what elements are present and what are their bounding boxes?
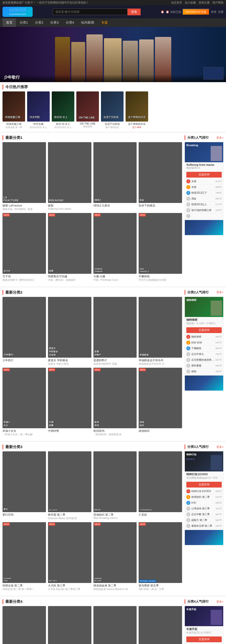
cat1-movie-5[interactable]: NEW 방자전 方子传 最接近奥斯卡【摩托车联合】 (3, 213, 46, 282)
cat1-rank-item-7[interactable]: 7 (185, 213, 223, 219)
cat3-rank-item-6[interactable]: 6 超能力 第二季 590℃ (185, 517, 223, 523)
cat1-desc-8: 巴巴巴之跑跑跑的大的我 (139, 278, 182, 282)
cat1-rank-item-5[interactable]: 5 绝望2012以上 577℃ (185, 202, 223, 207)
cat2-rank-item-2[interactable]: 2 好好·好好 914℃ (185, 340, 223, 346)
hot-movie-2[interactable]: 功夫学院 时空宝藏 轻功功·轻功·水上 (27, 91, 50, 129)
cat1-movie-1[interactable]: LAFRACTURE 破裂 LaFracture 接续开始《时间接续》报道 (3, 142, 46, 211)
cat3-rank-item-3[interactable]: 3 针钉 894℃ (185, 500, 223, 506)
cat1-rank-item-4[interactable]: 4 滴血 694℃ (185, 196, 223, 202)
top-link-login[interactable]: 登录注册 (199, 1, 210, 4)
nav-news[interactable]: 站内新闻 (78, 18, 98, 27)
nav-special[interactable]: 专题 (98, 18, 111, 27)
cat2-movie-8[interactable]: NEW 战地组织 战地组织 (139, 368, 182, 437)
cat1-movie-8[interactable]: NEW SEXANGELS 不懈前线 巴巴巴之跑跑跑的大的我 (139, 213, 182, 282)
cat4-movie-1[interactable]: 我战斗战队 我战斗战队做计划 我战斗战队做计划·动漫 (3, 606, 46, 644)
cat2-movie-1[interactable]: 少年歌行 少年歌行 (3, 297, 46, 366)
cat3-title-5: 绯闻女孩 第二季 (3, 584, 46, 587)
cat1-movie-4[interactable]: 热血 告诉下的痛流 (139, 142, 182, 211)
cat3-movie-2[interactable]: the word 牧学园 第二季 Downton Abbey 牧学园·第 (48, 451, 91, 520)
banner-overlay (0, 75, 226, 82)
top-link-help[interactable]: 用户帮助 (212, 1, 223, 4)
cat3-rank-item-5[interactable]: 5 忘记中断 第三季 681℃ (185, 512, 223, 517)
vip-button[interactable]: ROOKIEVIP充值 (183, 9, 209, 15)
cat2-rank-list: 1 独特律师 990℃ 2 好好·好好 914℃ 3 千重解技 894℃ (185, 334, 223, 374)
cat3-movie-5[interactable]: NEW GOSSIPGIRL 绯闻女孩 第二季 绯闻女孩·第二季 第一季第一 (3, 522, 46, 591)
login-link[interactable]: 登录 (211, 10, 216, 14)
cat2-rank-item-7[interactable]: 7 烦恼 490℃ (185, 369, 223, 374)
cat1-rank-more[interactable]: 更多» (216, 136, 223, 140)
cat4-movies-row1: 我战斗战队 我战斗战队做计划 我战斗战队做计划·动漫 魔神学园 魔神学园·动漫 … (3, 606, 182, 644)
cat2-movie-3[interactable]: 逆袭的鸭子 逆袭的鸭子 选道母·鸡的鸭子·我是 (93, 297, 137, 366)
hot-movie-5[interactable]: 合适于汉的信 合适于汉的信 最干净的信念 (101, 91, 124, 129)
banner-thumbnail[interactable] (203, 67, 223, 80)
cat1-rank-item-1[interactable]: 1 水痕 911℃ (185, 179, 223, 184)
cat1-poster-5: NEW 방자전 (3, 213, 46, 274)
cat3-rank-item-4[interactable]: 4 心理侦缉 第三季 791℃ (185, 506, 223, 512)
cat4-movie-4[interactable]: 刀作天下 刀作天下 刀作天下·动漫第二季 (139, 606, 182, 644)
cat3-rank-item-7[interactable]: 7 最密欢乐师·第二季 490℃ (185, 523, 223, 529)
nav-cat2[interactable]: 分类2 (31, 18, 47, 27)
cat2-rank-more[interactable]: 更多» (216, 290, 223, 294)
cat3-movie-8[interactable]: NEW ROOKIE ROOKIE 2523067 菜鸟警探 第五季 ABC美剧… (139, 522, 182, 591)
cat1-movie-6[interactable]: NEW 纯爱 纯爱氧化可怕越 中国《摩托车》花城城市 (48, 213, 91, 282)
cat3-rank-item-2[interactable]: 2 绝境组织 第二季 916℃ (185, 494, 223, 500)
cat2-movie-6[interactable]: NEW 中国特警 中国特警 (48, 368, 91, 437)
hot-title-3: 轻功·功·水上 (52, 122, 74, 126)
cat4-rank-more[interactable]: 更多» (216, 600, 223, 604)
hot-movie-6[interactable]: 这个神奇的水乐 这个神奇的水乐 这个神奇 (126, 91, 148, 129)
cat3-movie-4[interactable]: TOTENFRAU 亡灵前 (139, 451, 182, 520)
cat2-rank-item-4[interactable]: 4 忘记中第九 791℃ (185, 351, 223, 357)
hot-movie-3[interactable]: 轻功功·水上 轻功·功·水上 轻功功·轻功·水上 (52, 91, 74, 129)
cat2-rank-item-3[interactable]: 3 千重解技 894℃ (185, 346, 223, 351)
cat2-movie-7[interactable]: NEW 钦鸡异鸡 钦鸡异鸡 《秋鸡异鸡》美国原版·英 (93, 368, 137, 437)
cat1-rank-item-6[interactable]: 6 诶讨伐的伤嗯心情 429℃ (185, 207, 223, 213)
rank-title-6: 诶讨伐的伤嗯心情 (191, 208, 214, 212)
cat2-rank-item-5[interactable]: 5 石光照耀的迷惑青少年 681℃ (185, 357, 223, 363)
cat1-movie-3[interactable]: 绵绵之 绵绵之九寨岛 (93, 142, 137, 211)
cat2-section: 最新分类2 少年歌行 少年歌行 麦道夫华彩吸金全忽悠 (0, 288, 226, 441)
cat2-rank-item-6[interactable]: 6 那时重量 590℃ (185, 363, 223, 369)
nav-home[interactable]: 首页 (3, 18, 16, 27)
cat4-movie-2[interactable]: 魔神学园 魔神学园·动漫 第一季 魔神学园·动漫 第一季第 (48, 606, 91, 644)
top-link-home[interactable]: 动态首页 (171, 1, 182, 4)
cat3-poster-7: NEW VIENNABLOOD (93, 522, 137, 583)
cat1-rank-item-2[interactable]: 2 水痕 896℃ (185, 184, 223, 190)
cat3-rank-item-1[interactable]: 1 特种行动 ECHO3 990℃ (185, 489, 223, 494)
register-link[interactable]: 注册 (218, 10, 223, 14)
cat3-movie-6[interactable]: NEW BIG SKY 大天际 第三季 大天际 Big Sky 第三季第三季 (48, 522, 91, 591)
nav-cat4[interactable]: 分类4 (62, 18, 78, 27)
cat1-movie-2[interactable]: BREAKING 破裂 Suffering from mania (48, 142, 91, 211)
cat1-rank-play[interactable]: 百度评评 (186, 172, 222, 178)
cat3-movies-row1: 梦幻 梦幻空间 the word 牧学园 第二季 Downton Abbey 牧… (3, 451, 182, 520)
cat1-rank-thumb (211, 146, 222, 161)
cat2-movie-2[interactable]: 麦道夫华彩吸金全忽悠 麦道夫 华彩吸金 选道夫·华彩之屌丝 (48, 297, 91, 366)
cat3-rank-more[interactable]: 更多» (216, 445, 223, 449)
top-link-bookmark[interactable]: 加入收藏 (185, 1, 196, 4)
nav-cat3[interactable]: 分类3 (47, 18, 62, 27)
cat2-movie-4[interactable]: 幸福路途 幸福路途达不到头年 幸福路途达不到头年·已 (139, 297, 182, 366)
hot-poster-6: 这个神奇的水乐 (126, 91, 148, 122)
cat3-movie-1[interactable]: 梦幻 梦幻空间 (3, 451, 46, 520)
cat2-rank-item-1[interactable]: 1 独特律师 990℃ (185, 334, 223, 340)
cat4-rank-play[interactable]: 百度评评 (186, 636, 222, 642)
cat2-movie-5[interactable]: NEW 幸福小女女 幸福小女女 《幸福小女女》第一季分解 (3, 368, 46, 437)
cat2-desc-4: 幸福路途达不到头年·已 (139, 362, 182, 366)
hot-movie-1[interactable]: 武侠笑傲江湖 武侠笑傲江湖 武侠笑傲·第一季 (3, 91, 25, 129)
search-button[interactable]: 搜索 (128, 9, 141, 15)
cat3-movie-7[interactable]: NEW VIENNABLOOD 维也纳血液 第二季 维也纳血液 Vienna B… (93, 522, 137, 591)
rank-count-2: 896℃ (215, 186, 222, 188)
search-input[interactable] (53, 9, 128, 15)
cat1-rank-item-3[interactable]: 3 绝境2012已下 798℃ (185, 190, 223, 196)
cat2-rank-play[interactable]: 百度评评 (186, 327, 222, 333)
cat3-title-3: 异域组织 第二季 (93, 513, 137, 517)
hot-poster-2: 功夫学院 (27, 91, 50, 122)
cat4-movie-3[interactable]: 不知前途 不知前途清 不知前途清·动漫第 (93, 606, 137, 644)
cat3-movie-3[interactable]: HEAD 异域组织 第二季 After Breaking med to (93, 451, 137, 520)
nav-cat1[interactable]: 分类1 (16, 18, 31, 27)
cat3-rank-play[interactable]: 百度评评 (186, 482, 222, 488)
cat4-rank-title: 分类4人气排行 (187, 599, 209, 604)
hot-movie-4[interactable]: ON THE LINE ON THE LINE 绝望前线 (76, 91, 99, 129)
logo[interactable]: 泡团影视网 tv.puatuan.com (3, 7, 33, 17)
cat4-poster-1: 我战斗战队 (3, 606, 46, 644)
cat1-movie-7[interactable]: NEW JAMONJAMON 火腿·火腿 中国《Penelope Cruz》 (93, 213, 137, 282)
